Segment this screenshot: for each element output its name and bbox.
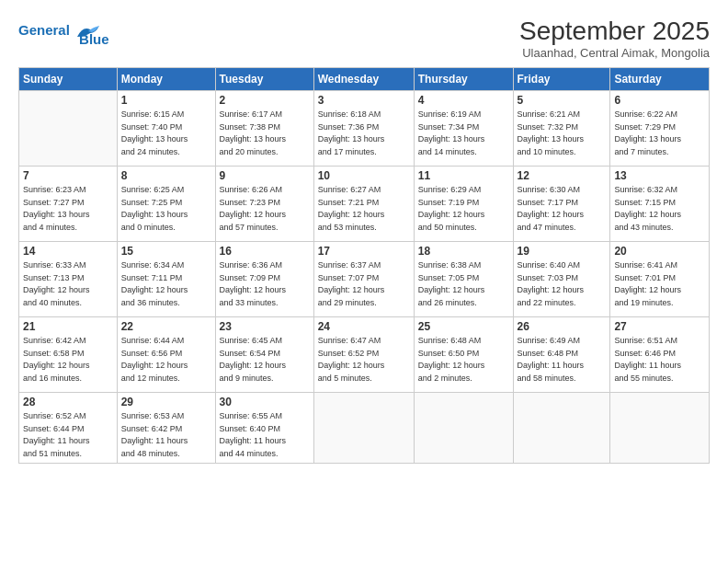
col-header-thursday: Thursday	[414, 68, 513, 91]
day-info: Sunrise: 6:52 AMSunset: 6:44 PMDaylight:…	[23, 410, 113, 460]
day-info: Sunrise: 6:25 AMSunset: 7:25 PMDaylight:…	[121, 184, 211, 234]
day-number: 13	[614, 169, 705, 182]
day-number: 1	[121, 94, 211, 107]
day-number: 30	[220, 396, 310, 408]
calendar-cell: 29Sunrise: 6:53 AMSunset: 6:42 PMDayligh…	[117, 393, 215, 464]
month-title: September 2025	[519, 17, 710, 46]
calendar-cell: 17Sunrise: 6:37 AMSunset: 7:07 PMDayligh…	[313, 242, 414, 317]
calendar-cell: 14Sunrise: 6:33 AMSunset: 7:13 PMDayligh…	[19, 242, 118, 317]
calendar-cell: 11Sunrise: 6:29 AMSunset: 7:19 PMDayligh…	[414, 167, 513, 242]
calendar-cell: 26Sunrise: 6:49 AMSunset: 6:48 PMDayligh…	[513, 317, 610, 393]
day-number: 28	[23, 396, 113, 408]
col-header-saturday: Saturday	[610, 68, 710, 91]
day-number: 24	[318, 320, 410, 333]
title-block: September 2025 Ulaanhad, Central Aimak, …	[519, 17, 710, 60]
calendar-cell: 3Sunrise: 6:18 AMSunset: 7:36 PMDaylight…	[313, 91, 414, 167]
day-info: Sunrise: 6:34 AMSunset: 7:11 PMDaylight:…	[121, 259, 211, 309]
col-header-tuesday: Tuesday	[215, 68, 313, 91]
calendar-cell: 6Sunrise: 6:22 AMSunset: 7:29 PMDaylight…	[610, 91, 710, 167]
day-number: 29	[121, 396, 211, 408]
calendar-cell: 25Sunrise: 6:48 AMSunset: 6:50 PMDayligh…	[414, 317, 513, 393]
calendar-cell	[19, 91, 118, 167]
logo-general: General	[18, 22, 70, 38]
day-number: 11	[418, 169, 509, 182]
day-info: Sunrise: 6:44 AMSunset: 6:56 PMDaylight:…	[121, 335, 211, 385]
day-number: 6	[614, 94, 705, 107]
day-number: 21	[23, 320, 113, 333]
calendar-cell: 8Sunrise: 6:25 AMSunset: 7:25 PMDaylight…	[117, 167, 215, 242]
calendar-cell: 2Sunrise: 6:17 AMSunset: 7:38 PMDaylight…	[215, 91, 313, 167]
calendar-cell: 22Sunrise: 6:44 AMSunset: 6:56 PMDayligh…	[117, 317, 215, 393]
day-number: 15	[121, 245, 211, 258]
day-info: Sunrise: 6:37 AMSunset: 7:07 PMDaylight:…	[318, 259, 410, 309]
col-header-friday: Friday	[513, 68, 610, 91]
col-header-wednesday: Wednesday	[313, 68, 414, 91]
day-number: 22	[121, 320, 211, 333]
calendar-cell: 24Sunrise: 6:47 AMSunset: 6:52 PMDayligh…	[313, 317, 414, 393]
day-number: 27	[614, 320, 705, 333]
day-number: 12	[518, 169, 607, 182]
logo-blue: Blue	[79, 31, 109, 47]
day-info: Sunrise: 6:32 AMSunset: 7:15 PMDaylight:…	[614, 184, 705, 234]
day-number: 8	[121, 169, 211, 182]
calendar-cell: 23Sunrise: 6:45 AMSunset: 6:54 PMDayligh…	[215, 317, 313, 393]
day-number: 3	[318, 94, 410, 107]
day-info: Sunrise: 6:40 AMSunset: 7:03 PMDaylight:…	[518, 259, 607, 309]
day-info: Sunrise: 6:22 AMSunset: 7:29 PMDaylight:…	[614, 109, 705, 158]
logo: General Blue	[18, 17, 109, 47]
day-number: 7	[23, 169, 113, 182]
day-info: Sunrise: 6:53 AMSunset: 6:42 PMDaylight:…	[121, 410, 211, 460]
calendar-cell	[313, 393, 414, 464]
day-info: Sunrise: 6:15 AMSunset: 7:40 PMDaylight:…	[121, 109, 211, 158]
day-info: Sunrise: 6:30 AMSunset: 7:17 PMDaylight:…	[518, 184, 607, 234]
day-info: Sunrise: 6:33 AMSunset: 7:13 PMDaylight:…	[23, 259, 113, 309]
day-info: Sunrise: 6:55 AMSunset: 6:40 PMDaylight:…	[220, 410, 310, 460]
location: Ulaanhad, Central Aimak, Mongolia	[519, 46, 710, 60]
day-number: 4	[418, 94, 509, 107]
calendar-cell: 18Sunrise: 6:38 AMSunset: 7:05 PMDayligh…	[414, 242, 513, 317]
day-info: Sunrise: 6:49 AMSunset: 6:48 PMDaylight:…	[518, 335, 607, 385]
day-info: Sunrise: 6:47 AMSunset: 6:52 PMDaylight:…	[318, 335, 410, 385]
day-info: Sunrise: 6:26 AMSunset: 7:23 PMDaylight:…	[220, 184, 310, 234]
calendar-cell: 13Sunrise: 6:32 AMSunset: 7:15 PMDayligh…	[610, 167, 710, 242]
day-info: Sunrise: 6:41 AMSunset: 7:01 PMDaylight:…	[614, 259, 705, 309]
calendar-cell: 30Sunrise: 6:55 AMSunset: 6:40 PMDayligh…	[215, 393, 313, 464]
calendar-cell: 9Sunrise: 6:26 AMSunset: 7:23 PMDaylight…	[215, 167, 313, 242]
day-info: Sunrise: 6:23 AMSunset: 7:27 PMDaylight:…	[23, 184, 113, 234]
day-info: Sunrise: 6:51 AMSunset: 6:46 PMDaylight:…	[614, 335, 705, 385]
calendar-cell: 15Sunrise: 6:34 AMSunset: 7:11 PMDayligh…	[117, 242, 215, 317]
calendar-cell	[610, 393, 710, 464]
day-info: Sunrise: 6:27 AMSunset: 7:21 PMDaylight:…	[318, 184, 410, 234]
day-number: 2	[220, 94, 310, 107]
day-number: 10	[318, 169, 410, 182]
day-info: Sunrise: 6:21 AMSunset: 7:32 PMDaylight:…	[518, 109, 607, 158]
calendar-cell: 5Sunrise: 6:21 AMSunset: 7:32 PMDaylight…	[513, 91, 610, 167]
calendar-cell: 4Sunrise: 6:19 AMSunset: 7:34 PMDaylight…	[414, 91, 513, 167]
day-info: Sunrise: 6:17 AMSunset: 7:38 PMDaylight:…	[220, 109, 310, 158]
day-number: 9	[220, 169, 310, 182]
day-info: Sunrise: 6:42 AMSunset: 6:58 PMDaylight:…	[23, 335, 113, 385]
calendar-cell	[414, 393, 513, 464]
calendar-cell: 19Sunrise: 6:40 AMSunset: 7:03 PMDayligh…	[513, 242, 610, 317]
calendar-cell: 28Sunrise: 6:52 AMSunset: 6:44 PMDayligh…	[19, 393, 118, 464]
day-number: 5	[518, 94, 607, 107]
calendar-cell: 10Sunrise: 6:27 AMSunset: 7:21 PMDayligh…	[313, 167, 414, 242]
day-info: Sunrise: 6:18 AMSunset: 7:36 PMDaylight:…	[318, 109, 410, 158]
day-info: Sunrise: 6:19 AMSunset: 7:34 PMDaylight:…	[418, 109, 509, 158]
calendar-cell: 1Sunrise: 6:15 AMSunset: 7:40 PMDaylight…	[117, 91, 215, 167]
day-info: Sunrise: 6:48 AMSunset: 6:50 PMDaylight:…	[418, 335, 509, 385]
col-header-monday: Monday	[117, 68, 215, 91]
day-number: 23	[220, 320, 310, 333]
day-number: 26	[518, 320, 607, 333]
day-info: Sunrise: 6:38 AMSunset: 7:05 PMDaylight:…	[418, 259, 509, 309]
calendar-table: SundayMondayTuesdayWednesdayThursdayFrid…	[18, 67, 710, 464]
calendar-cell: 20Sunrise: 6:41 AMSunset: 7:01 PMDayligh…	[610, 242, 710, 317]
day-number: 16	[220, 245, 310, 258]
day-number: 20	[614, 245, 705, 258]
calendar-cell: 7Sunrise: 6:23 AMSunset: 7:27 PMDaylight…	[19, 167, 118, 242]
calendar-cell	[513, 393, 610, 464]
day-info: Sunrise: 6:36 AMSunset: 7:09 PMDaylight:…	[220, 259, 310, 309]
calendar-cell: 16Sunrise: 6:36 AMSunset: 7:09 PMDayligh…	[215, 242, 313, 317]
day-info: Sunrise: 6:45 AMSunset: 6:54 PMDaylight:…	[220, 335, 310, 385]
calendar-cell: 21Sunrise: 6:42 AMSunset: 6:58 PMDayligh…	[19, 317, 118, 393]
